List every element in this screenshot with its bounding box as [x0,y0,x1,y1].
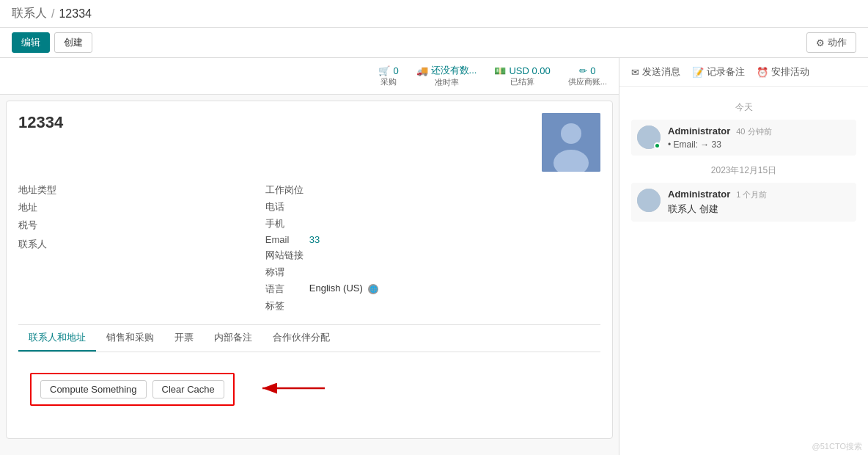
fr-salutation-value [309,266,600,279]
message-item-old: Administrator 1 个月前 联系人 创建 [631,183,856,222]
note-icon: 📝 [692,67,704,78]
stat-ontime-label: 准时率 [435,77,459,88]
cart-icon: 🛒 [378,65,390,76]
clear-cache-button[interactable]: Clear Cache [152,380,224,398]
field-address-type: 地址类型 [18,183,242,197]
field-tax: 税号 [18,219,242,232]
truck-icon: 🚚 [416,65,428,76]
edit-icon: ✏ [579,65,587,76]
globe-icon[interactable]: 🌐 [368,284,378,294]
svg-point-1 [561,123,581,144]
msg-detail: • Email: → 33 [668,139,850,150]
create-button[interactable]: 创建 [54,32,92,53]
action-button[interactable]: ⚙ 动作 [806,32,856,53]
tab-notes[interactable]: 内部备注 [204,325,262,352]
action-buttons-container: Compute Something Clear Cache [30,373,235,406]
message-content-old: Administrator 1 个月前 联系人 创建 [668,189,850,216]
avatar [542,113,600,172]
field-tax-label: 税号 [18,219,62,232]
avatar-admin-today [637,125,661,149]
log-note-action[interactable]: 📝 记录备注 [692,65,745,79]
msg-time: 40 分钟前 [736,126,771,137]
fr-phone-label: 电话 [265,200,304,214]
fr-tags-label: 标签 [265,299,304,313]
stat-purchase-count: 0 [393,65,398,76]
stat-supplier-count: 0 [590,65,595,76]
fr-job-value [309,183,600,197]
edit-button[interactable]: 编辑 [12,32,50,53]
stat-billed[interactable]: 💵 USD 0.00 已结算 [494,65,550,87]
clock-icon: ⏰ [757,67,768,78]
msg-body-old: 联系人 创建 [668,203,850,216]
date-separator-dec: 2023年12月15日 [631,164,856,177]
fr-phone-value [309,200,600,214]
tab-partner[interactable]: 合作伙伴分配 [262,325,340,352]
stat-purchase[interactable]: 🛒 0 采购 [378,65,398,87]
fr-lang-label: 语言 [265,283,304,296]
action-label: 动作 [828,36,847,49]
today-separator: 今天 [631,101,856,114]
log-note-label: 记录备注 [707,65,745,79]
arrow-icon: → [700,139,709,150]
record-card: 12334 地址类型 [6,101,613,439]
send-message-label: 发送消息 [642,65,680,79]
fr-salutation-label: 称谓 [265,266,304,279]
schedule-activity-action[interactable]: ⏰ 安排活动 [757,65,809,79]
tab-contacts[interactable]: 联系人和地址 [18,325,96,352]
stat-purchase-label: 采购 [380,76,397,87]
breadcrumb-current: 12334 [59,7,92,21]
fr-email-value[interactable]: 33 [309,234,600,245]
stat-billed-label: 已结算 [510,76,534,87]
chatter-body: 今天 Administrator 40 分钟前 • Email: → 33 [619,87,868,455]
fr-mobile-label: 手机 [265,217,304,230]
fr-lang-value: English (US) 🌐 [309,283,600,296]
fr-tags-value [309,299,600,313]
watermark: @51CTO搜索 [812,441,862,452]
chatter-sidebar: ✉ 发送消息 📝 记录备注 ⏰ 安排活动 今天 [619,58,868,455]
gear-icon: ⚙ [816,37,825,48]
msg-author-old: Administrator [668,189,730,200]
msg-author: Administrator [668,125,730,136]
fr-job-label: 工作岗位 [265,183,304,197]
message-icon: ✉ [631,67,639,78]
record-name: 12334 [18,113,63,132]
fr-email-label: Email [265,234,304,245]
fr-website-value [309,249,600,262]
fr-mobile-value [309,217,600,230]
stat-billed-count: USD 0.00 [509,65,550,76]
fr-website-label: 网站链接 [265,249,304,262]
tab-sales[interactable]: 销售和采购 [96,325,164,352]
tabs-bar: 联系人和地址 销售和采购 开票 内部备注 合作伙伴分配 [18,324,600,352]
stat-ontime-count: 还没有数... [431,64,477,77]
message-item: Administrator 40 分钟前 • Email: → 33 [631,120,856,156]
message-content: Administrator 40 分钟前 • Email: → 33 [668,125,850,150]
send-message-action[interactable]: ✉ 发送消息 [631,65,680,79]
stats-bar: 🛒 0 采购 🚚 还没有数... 准时率 💵 USD 0.00 [0,58,619,95]
stat-supplier[interactable]: ✏ 0 供应商账... [568,65,607,87]
tab-content: Compute Something Clear Cache [18,352,600,426]
tab-invoice[interactable]: 开票 [164,325,204,352]
red-arrow-annotation [255,377,328,399]
field-address-label: 地址 [18,201,62,214]
msg-time-old: 1 个月前 [736,189,767,200]
stat-supplier-label: 供应商账... [568,76,607,87]
field-address-type-label: 地址类型 [18,183,62,197]
breadcrumb-separator: / [51,7,54,21]
breadcrumb-parent[interactable]: 联系人 [12,6,47,21]
online-indicator [654,142,661,149]
avatar-admin-old [637,189,661,212]
field-address: 地址 [18,201,242,214]
contact-type-label: 联系人 [18,239,47,250]
sidebar-actions: ✉ 发送消息 📝 记录备注 ⏰ 安排活动 [619,58,868,87]
money-icon: 💵 [494,65,506,76]
compute-something-button[interactable]: Compute Something [40,380,147,398]
schedule-activity-label: 安排活动 [771,65,809,79]
stat-ontime[interactable]: 🚚 还没有数... 准时率 [416,64,477,88]
